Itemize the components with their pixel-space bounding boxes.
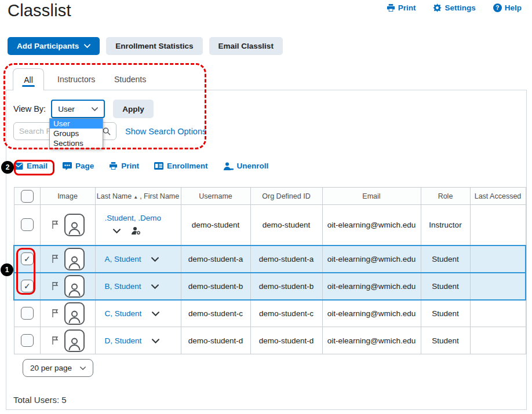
flag-icon[interactable] [51, 309, 59, 318]
user-name-link[interactable]: .Student, .Demo [105, 214, 162, 222]
sort-ascending-icon: ▲ [133, 195, 138, 200]
printer-icon [387, 3, 395, 12]
add-participants-label: Add Participants [17, 42, 79, 50]
cell-name: B, Student [95, 273, 181, 300]
user-name-link[interactable]: C, Student [105, 309, 142, 318]
table-row: C, Student demo-student-c demo-student-c… [14, 300, 526, 327]
printer-icon [109, 162, 118, 170]
row-checkbox[interactable] [21, 307, 34, 320]
cell-last-accessed [470, 246, 526, 273]
cell-last-accessed [470, 327, 526, 354]
cell-image [40, 300, 95, 327]
cell-last-accessed [470, 300, 526, 327]
impersonate-icon[interactable] [131, 226, 141, 236]
avatar [64, 275, 85, 298]
per-page-select[interactable]: 20 per page [23, 359, 93, 377]
classlist-page: Classlist Print Settings ? Help Add Part… [0, 0, 532, 414]
pager-icon [63, 162, 72, 170]
print-link[interactable]: Print [387, 3, 416, 12]
header-name-sortable[interactable]: Last Name▲, First Name [95, 188, 181, 205]
avatar [64, 302, 85, 325]
toolbar-print-label: Print [121, 162, 139, 170]
cell-org-defined-id: demo-student-c [250, 300, 322, 327]
cell-org-defined-id: demo-student [250, 205, 322, 246]
user-name-link[interactable]: B, Student [105, 282, 141, 291]
header-first-name: , First Name [140, 192, 179, 200]
view-by-label: View By: [13, 104, 46, 113]
checkmark-icon: ✓ [24, 281, 31, 291]
search-icon [102, 127, 111, 135]
user-name-link[interactable]: A, Student [105, 255, 141, 263]
toolbar-email[interactable]: Email [13, 162, 48, 170]
chevron-down-icon[interactable] [152, 312, 159, 316]
cell-role: Instructor [421, 205, 470, 246]
checkmark-icon: ✓ [24, 254, 31, 263]
header-last-name: Last Name [97, 192, 132, 200]
unenroll-person-icon [223, 162, 234, 170]
toolbar-unenroll[interactable]: Unenroll [223, 162, 269, 170]
tab-instructors[interactable]: Instructors [57, 68, 95, 90]
enrollment-statistics-button[interactable]: Enrollment Statistics [106, 37, 202, 55]
flag-icon[interactable] [51, 281, 59, 291]
cell-select: ✓ [14, 273, 40, 300]
dropdown-option-sections[interactable]: Sections [50, 138, 103, 148]
enrollment-card-icon [154, 162, 163, 170]
table-row-selected: ✓ B, Student demo-student-b demo-student… [14, 273, 526, 300]
chevron-down-icon[interactable] [151, 257, 159, 262]
dropdown-option-user[interactable]: User [50, 119, 103, 129]
cell-name: A, Student [95, 246, 181, 273]
cell-username: demo-student-d [181, 327, 250, 354]
select-all-checkbox[interactable] [21, 190, 34, 203]
help-icon: ? [493, 3, 502, 12]
cell-role: Student [421, 273, 470, 300]
cell-email: oit-elearning@wmich.edu [322, 246, 421, 273]
search-row: Show Search Options [13, 122, 206, 140]
cell-username: demo-student-a [181, 246, 250, 273]
chevron-down-icon[interactable] [151, 284, 159, 289]
table-row: .Student, .Demo demo-student demo-studen… [14, 205, 526, 246]
cell-role: Student [421, 300, 470, 327]
row-checkbox-checked[interactable]: ✓ [21, 280, 34, 292]
cell-username: demo-student [181, 205, 250, 246]
user-name-link[interactable]: D, Student [105, 336, 142, 345]
classlist-table: Image Last Name▲, First Name Username Or… [13, 187, 526, 354]
row-checkbox[interactable] [21, 218, 34, 231]
toolbar-print[interactable]: Print [109, 162, 139, 170]
dropdown-option-groups[interactable]: Groups [50, 129, 103, 138]
toolbar-page-label: Page [75, 162, 94, 170]
tab-all[interactable]: All [13, 68, 44, 90]
table-header-row: Image Last Name▲, First Name Username Or… [14, 188, 526, 205]
total-users-label: Total Users: 5 [13, 395, 67, 405]
cell-org-defined-id: demo-student-d [250, 327, 322, 354]
settings-link[interactable]: Settings [433, 3, 475, 12]
page-title: Classlist [8, 1, 71, 20]
search-button[interactable] [102, 127, 111, 135]
cell-image [40, 327, 95, 354]
show-search-options-link[interactable]: Show Search Options [125, 127, 206, 136]
chevron-down-icon[interactable] [113, 229, 121, 233]
help-link[interactable]: ? Help [493, 3, 522, 12]
flag-icon[interactable] [51, 220, 59, 229]
chevron-down-icon[interactable] [152, 339, 159, 343]
cell-image [40, 205, 95, 246]
cell-last-accessed [470, 273, 526, 300]
apply-button[interactable]: Apply [113, 100, 154, 118]
email-classlist-button[interactable]: Email Classlist [209, 37, 283, 55]
header-email: Email [322, 188, 421, 205]
row-checkbox[interactable] [21, 334, 34, 347]
flag-icon[interactable] [51, 254, 59, 263]
cell-role: Student [421, 246, 470, 273]
chevron-down-icon [80, 367, 86, 370]
row-checkbox-checked[interactable]: ✓ [21, 252, 34, 265]
add-participants-button[interactable]: Add Participants [8, 37, 100, 55]
tab-students[interactable]: Students [114, 68, 146, 90]
table-row-selected: ✓ A, Student demo-student-a demo-student… [14, 246, 526, 273]
cell-org-defined-id: demo-student-a [250, 246, 322, 273]
toolbar-page[interactable]: Page [63, 162, 94, 170]
view-by-select[interactable]: User [51, 100, 105, 118]
print-link-label: Print [398, 3, 416, 12]
cell-select [14, 327, 40, 354]
toolbar-enrollment[interactable]: Enrollment [154, 162, 208, 170]
flag-icon[interactable] [51, 336, 59, 345]
avatar [64, 329, 85, 352]
